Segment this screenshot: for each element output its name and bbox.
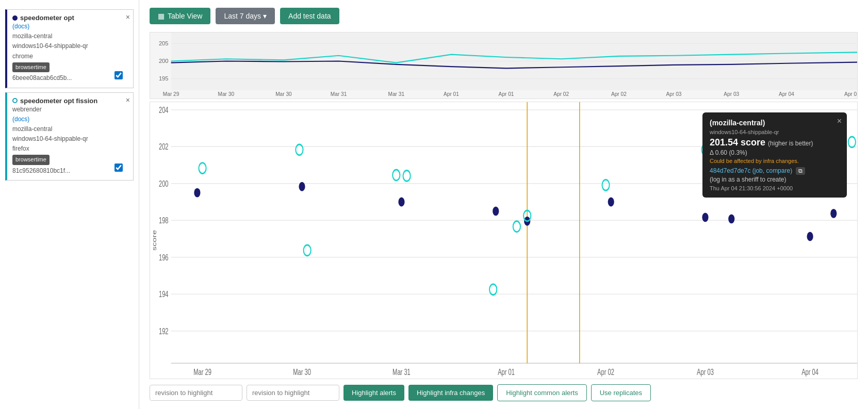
use-replicates-button[interactable]: Use replicates (591, 384, 651, 401)
series-card-1: × speedometer opt (docs) mozilla-central… (5, 9, 134, 88)
tooltip-warning: Could be affected by infra changes. (710, 158, 840, 164)
tooltip-job-link[interactable]: job (755, 167, 763, 174)
svg-text:Apr 01: Apr 01 (498, 367, 515, 377)
table-view-button[interactable]: ▦ Table View (150, 8, 210, 24)
svg-text:Apr 03: Apr 03 (697, 367, 714, 377)
tooltip-score: 201.54 score (higher is better) (710, 137, 840, 148)
svg-point-49 (493, 206, 499, 216)
tooltip-close-button[interactable]: × (837, 117, 842, 126)
svg-text:Mar 30: Mar 30 (293, 367, 311, 377)
svg-text:196: 196 (159, 253, 169, 263)
series-meta-2: webrender (docs) mozilla-central windows… (12, 105, 128, 176)
series-title-2: speedometer opt fission (20, 97, 97, 105)
chart-main[interactable]: 204 202 200 198 196 194 192 score Mar 29… (150, 102, 858, 379)
svg-text:Mar 31: Mar 31 (388, 91, 405, 96)
highlight-infra-button[interactable]: Highlight infra changes (408, 385, 493, 401)
svg-text:Apr 05: Apr 05 (844, 91, 857, 96)
tooltip: × (mozilla-central)windows10-64-shippabl… (702, 112, 847, 198)
svg-point-53 (728, 214, 734, 223)
last7-button[interactable]: Last 7 days ▾ (216, 8, 275, 24)
series-docs-link-1[interactable]: (docs) (12, 23, 29, 30)
svg-text:Apr 01: Apr 01 (499, 91, 514, 96)
charts-container: 205 200 195 Mar 29 Mar 30 Mar 30 Mar 31 … (150, 32, 858, 379)
use-replicates-label: Use replicates (600, 389, 642, 397)
series-badge-1: browsertime (12, 62, 50, 73)
tooltip-hash-link[interactable]: 484d7ed7de7c (710, 167, 750, 174)
tooltip-delta: Δ 0.60 (0.3%) (710, 149, 840, 156)
series-name-2: speedometer opt fission (12, 97, 128, 105)
svg-text:Apr 02: Apr 02 (611, 91, 627, 96)
svg-point-47 (299, 182, 305, 191)
bottom-controls: Highlight alerts Highlight infra changes… (150, 384, 858, 401)
series-checkbox-2[interactable] (114, 163, 123, 172)
highlight-common-label: Highlight common alerts (506, 389, 578, 397)
revision-input-2[interactable] (247, 385, 339, 401)
series-meta-1: (docs) mozilla-central windows10-64-ship… (12, 22, 128, 84)
svg-text:Mar 31: Mar 31 (392, 367, 411, 377)
svg-text:Apr 03: Apr 03 (724, 91, 739, 96)
series-dot-2 (12, 98, 18, 103)
series-badge-2: browsertime (12, 155, 50, 165)
main-content: ▦ Table View Last 7 days ▾ Add test data (139, 0, 868, 409)
add-test-label: Add test data (288, 12, 331, 20)
series-sub-2: webrender (12, 106, 42, 113)
svg-point-48 (398, 198, 404, 207)
sidebar: × speedometer opt (docs) mozilla-central… (0, 0, 139, 409)
highlight-common-button[interactable]: Highlight common alerts (497, 384, 586, 401)
table-view-label: Table View (168, 12, 202, 20)
highlight-alerts-label: Highlight alerts (352, 389, 396, 397)
series-browser-2: firefox (12, 145, 29, 152)
tooltip-date: Thu Apr 04 21:30:56 2024 +0000 (710, 185, 840, 191)
svg-point-54 (807, 232, 813, 241)
tooltip-score-value: 201.54 score (710, 137, 765, 148)
svg-text:194: 194 (159, 289, 169, 299)
svg-text:202: 202 (159, 142, 169, 152)
series-dot-1 (12, 15, 18, 21)
series-branch-2: mozilla-central (12, 125, 52, 133)
svg-text:Mar 29: Mar 29 (163, 91, 179, 96)
tooltip-platform: windows10-64-shippable-qr (710, 129, 840, 135)
series-platform-1: windows10-64-shippable-qr (12, 42, 88, 50)
svg-point-51 (608, 198, 614, 207)
svg-text:score: score (151, 230, 158, 251)
svg-point-52 (702, 212, 708, 222)
svg-text:Apr 03: Apr 03 (666, 91, 682, 96)
highlight-alerts-button[interactable]: Highlight alerts (343, 385, 404, 401)
svg-text:Apr 01: Apr 01 (444, 91, 459, 96)
series-platform-2: windows10-64-shippable-qr (12, 135, 88, 142)
table-icon: ▦ (158, 12, 165, 20)
svg-text:Apr 02: Apr 02 (597, 367, 614, 377)
chevron-down-icon: ▾ (263, 12, 267, 20)
last7-label: Last 7 days (224, 12, 261, 20)
add-test-button[interactable]: Add test data (280, 8, 339, 24)
svg-point-46 (194, 188, 200, 198)
series-checkbox-1[interactable] (114, 71, 123, 79)
series-hash-2: 81c952680810bc1f... (12, 167, 70, 174)
tooltip-sheriff: (log in as a sheriff to create) (710, 176, 840, 183)
svg-text:192: 192 (159, 326, 169, 336)
series-branch-1: mozilla-central (12, 32, 52, 40)
svg-text:200: 200 (159, 57, 169, 63)
chart-top: 205 200 195 Mar 29 Mar 30 Mar 30 Mar 31 … (150, 32, 858, 99)
svg-text:Mar 30: Mar 30 (218, 91, 234, 96)
series-close-2[interactable]: × (126, 96, 130, 104)
revision-input-1[interactable] (150, 385, 242, 401)
highlight-infra-label: Highlight infra changes (417, 389, 485, 397)
svg-text:Mar 31: Mar 31 (331, 91, 347, 96)
series-title-1: speedometer opt (20, 14, 74, 22)
tooltip-compare-link[interactable]: compare (766, 167, 790, 174)
svg-text:Mar 29: Mar 29 (193, 367, 211, 377)
series-card-2: × speedometer opt fission webrender (doc… (5, 92, 134, 181)
tooltip-score-note: (higher is better) (768, 140, 813, 147)
series-close-1[interactable]: × (126, 13, 130, 21)
tooltip-copy-button[interactable]: ⧉ (796, 167, 805, 175)
svg-text:198: 198 (159, 216, 169, 225)
tooltip-hash: 484d7ed7de7c (job, compare) ⧉ (710, 167, 840, 175)
series-browser-1: chrome (12, 53, 33, 60)
svg-text:204: 204 (159, 105, 169, 115)
svg-text:Apr 04: Apr 04 (801, 367, 818, 377)
svg-text:Apr 04: Apr 04 (779, 91, 794, 96)
svg-text:Mar 30: Mar 30 (275, 91, 292, 96)
series-docs-link-2[interactable]: (docs) (12, 116, 29, 123)
svg-text:205: 205 (159, 40, 169, 46)
